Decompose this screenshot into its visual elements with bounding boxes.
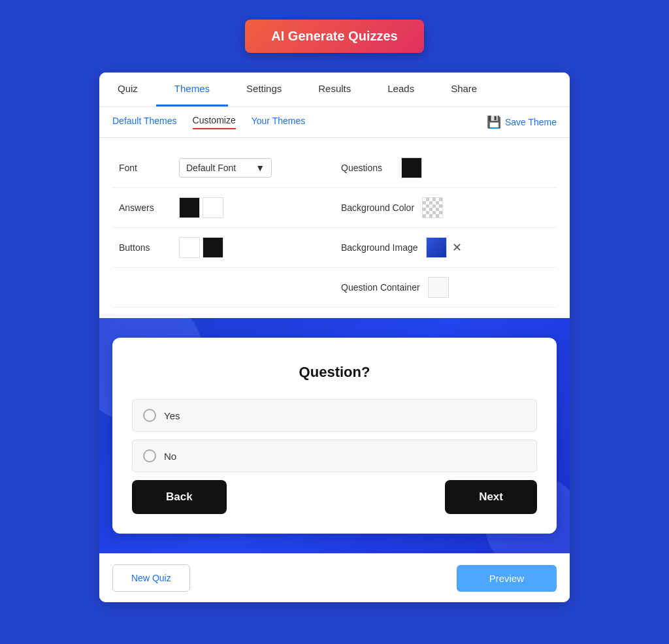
answers-swatch-pair — [179, 197, 223, 218]
preview-button[interactable]: Preview — [457, 565, 557, 592]
radio-no — [143, 449, 156, 462]
preview-area: Question? Yes No Back Next — [99, 318, 570, 553]
question-container-swatch[interactable] — [428, 277, 449, 298]
tab-leads[interactable]: Leads — [369, 72, 432, 106]
bg-image-controls: ✕ — [426, 237, 462, 258]
customize-section: Font Default Font ▼ Questions Answers — [99, 138, 570, 318]
answer-option-no[interactable]: No — [132, 440, 537, 472]
buttons-color-swatch-2[interactable] — [203, 237, 223, 258]
save-icon: 💾 — [487, 115, 501, 129]
buttons-swatch-pair — [179, 237, 223, 258]
answers-color-swatch-1[interactable] — [179, 197, 200, 218]
radio-yes — [143, 409, 156, 422]
subtab-default-themes[interactable]: Default Themes — [112, 116, 177, 129]
ai-generate-button[interactable]: AI Generate Quizzes — [245, 20, 423, 53]
quiz-card: Question? Yes No Back Next — [112, 338, 557, 534]
bg-image-setting-row: Background Image ✕ — [334, 228, 557, 268]
font-setting-row: Font Default Font ▼ — [112, 148, 334, 188]
save-theme-label: Save Theme — [505, 117, 557, 127]
question-container-setting-row: Question Container — [334, 268, 557, 308]
bg-image-remove-icon[interactable]: ✕ — [452, 240, 462, 255]
bg-image-label: Background Image — [341, 242, 418, 253]
settings-grid: Font Default Font ▼ Questions Answers — [112, 148, 557, 308]
tab-bar: Quiz Themes Settings Results Leads Share — [99, 72, 570, 107]
tab-results[interactable]: Results — [300, 72, 369, 106]
font-value: Default Font — [186, 163, 236, 173]
bg-color-swatch[interactable] — [422, 197, 443, 218]
answers-color-swatch-2[interactable] — [203, 197, 223, 218]
answers-setting-row: Answers — [112, 188, 334, 228]
sub-tab-bar: Default Themes Customize Your Themes 💾 S… — [99, 107, 570, 138]
buttons-color-swatch-1[interactable] — [179, 237, 200, 258]
tab-settings[interactable]: Settings — [228, 72, 300, 106]
tab-themes[interactable]: Themes — [156, 72, 228, 106]
buttons-setting-row: Buttons — [112, 228, 334, 268]
font-label: Font — [119, 163, 171, 173]
questions-label: Questions — [341, 163, 393, 173]
answer-no-label: No — [164, 451, 176, 462]
buttons-label: Buttons — [119, 242, 171, 253]
quiz-question: Question? — [132, 364, 537, 381]
bg-image-swatch[interactable] — [426, 237, 447, 258]
font-dropdown[interactable]: Default Font ▼ — [179, 158, 272, 178]
question-container-label: Question Container — [341, 282, 420, 293]
nav-buttons: Back Next — [132, 480, 537, 514]
empty-left-row — [112, 268, 334, 308]
back-button[interactable]: Back — [132, 480, 227, 514]
header-title: AI Generate Quizzes — [271, 29, 397, 43]
tab-quiz[interactable]: Quiz — [99, 72, 156, 106]
subtab-customize[interactable]: Customize — [193, 115, 236, 129]
questions-setting-row: Questions — [334, 148, 557, 188]
dropdown-chevron-icon: ▼ — [255, 163, 265, 173]
save-theme-button[interactable]: 💾 Save Theme — [487, 115, 557, 129]
answers-label: Answers — [119, 202, 171, 213]
bg-color-label: Background Color — [341, 202, 414, 213]
answer-option-yes[interactable]: Yes — [132, 399, 537, 432]
answer-yes-label: Yes — [164, 410, 180, 421]
new-quiz-button[interactable]: New Quiz — [112, 564, 190, 592]
subtab-your-themes[interactable]: Your Themes — [252, 116, 306, 129]
main-panel: Quiz Themes Settings Results Leads Share… — [99, 72, 570, 602]
questions-color-swatch[interactable] — [401, 157, 422, 178]
next-button[interactable]: Next — [445, 480, 537, 514]
bottom-bar: New Quiz Preview — [99, 553, 570, 602]
tab-share[interactable]: Share — [432, 72, 495, 106]
bg-color-setting-row: Background Color — [334, 188, 557, 228]
